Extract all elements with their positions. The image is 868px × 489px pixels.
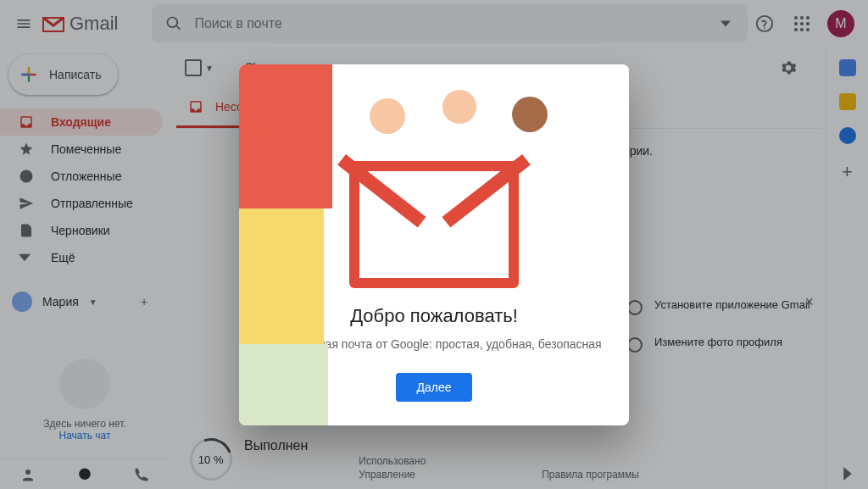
welcome-dialog: Добро пожаловать! Электронная почта от G…: [239, 64, 629, 425]
next-button[interactable]: Далее: [396, 373, 471, 402]
welcome-illustration: [239, 64, 629, 293]
gmail-logo-large: [349, 161, 519, 288]
